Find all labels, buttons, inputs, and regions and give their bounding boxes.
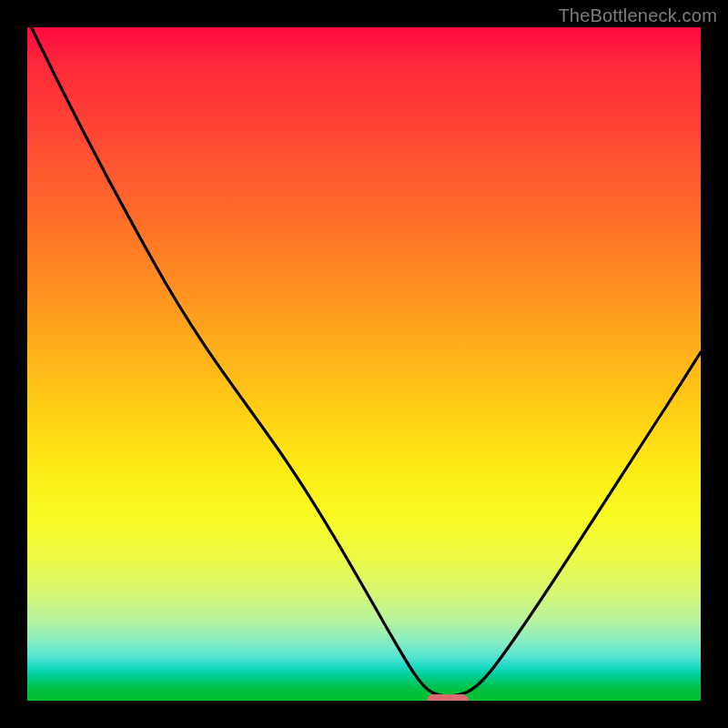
chart-frame: TheBottleneck.com [0,0,728,728]
plot-area [27,27,701,701]
watermark-text: TheBottleneck.com [558,5,717,26]
curve-path [29,27,701,696]
optimal-range-marker [427,694,469,701]
bottleneck-curve [27,27,701,701]
